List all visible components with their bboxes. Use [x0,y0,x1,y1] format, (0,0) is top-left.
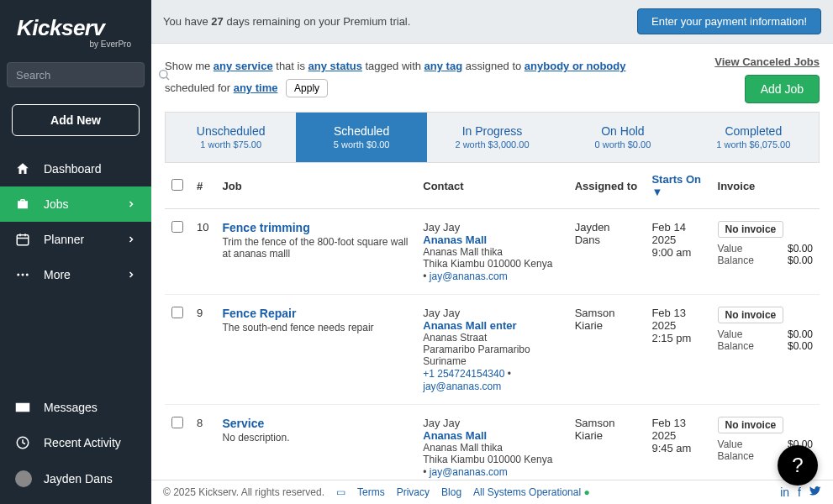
add-job-button[interactable]: Add Job [745,75,820,103]
trial-text: You have [163,15,211,28]
svg-point-8 [26,274,29,276]
nav-activity[interactable]: Recent Activity [0,425,151,460]
row-checkbox[interactable] [171,417,183,428]
assigned-to: Jayden Dans [568,209,646,295]
contact-addr: Ananas Mall thika [423,442,561,454]
search-input[interactable] [16,69,157,81]
status-tabs: Unscheduled1 worth $75.00 Scheduled5 wor… [165,112,820,163]
col-starts[interactable]: Starts On ▼ [645,163,710,209]
contact-phone[interactable]: +1 254724154340 [423,368,504,380]
select-all-checkbox[interactable] [171,179,183,191]
svg-rect-2 [17,235,29,245]
contact-addr2: Thika Kiambu 010000 Kenya [423,258,561,270]
nav-planner[interactable]: Planner [0,222,151,257]
col-job: Job [215,163,416,209]
enter-payment-button[interactable]: Enter your payment information! [637,8,821,34]
tab-completed[interactable]: Completed1 worth $6,075.00 [688,113,819,162]
filter-assignee[interactable]: anybody or nobody [525,60,626,72]
contact-email[interactable]: jay@ananas.com [430,466,508,478]
value-amount: $0.00 [788,243,813,255]
footer-status[interactable]: All Systems Operational ● [473,486,590,498]
dots-icon [15,267,32,282]
filter-tag[interactable]: any tag [424,60,463,72]
contact-email[interactable]: jay@ananas.com [430,270,508,282]
start-date: Feb 13 2025 [651,417,704,442]
contact-company-link[interactable]: Ananas Mall [423,429,561,442]
footer-terms[interactable]: Terms [357,486,385,498]
row-num: 8 [190,405,215,480]
filter-service[interactable]: any service [214,60,273,72]
row-num: 10 [190,209,215,295]
job-title-link[interactable]: Fence trimming [222,221,409,234]
contact-company-link[interactable]: Ananas Mall [423,234,561,246]
footer-blog[interactable]: Blog [441,486,461,498]
search-input-wrap[interactable] [7,62,145,87]
tab-onhold[interactable]: On Hold0 worth $0.00 [557,113,688,162]
col-assigned: Assigned to [568,163,646,209]
trial-text2: days remaining on your Premium trial. [224,15,411,28]
bottom-nav: Messages Recent Activity Jayden Dans [0,390,151,504]
assigned-to: Samson Kiarie [568,405,646,480]
footer-privacy[interactable]: Privacy [397,486,430,498]
table-row: 9 Fence Repair The south-end fence needs… [165,295,820,405]
nav-label: Jobs [44,197,69,211]
start-date: Feb 13 2025 [651,307,704,332]
nav-user[interactable]: Jayden Dans [0,460,151,497]
tab-unscheduled[interactable]: Unscheduled1 worth $75.00 [166,113,296,162]
start-time: 2:15 pm [651,332,704,344]
balance-amount: $0.00 [788,255,813,266]
nav-label: Recent Activity [44,436,121,449]
contact-name: Jay Jay [423,221,561,234]
svg-point-6 [17,274,19,276]
briefcase-icon [15,197,32,212]
nav-dashboard[interactable]: Dashboard [0,151,151,186]
chevron-right-icon [126,199,136,209]
invoice-badge: No invoice [718,307,784,323]
nav-jobs[interactable]: Jobs [0,186,151,222]
nav-label: Messages [44,401,98,414]
job-desc: No description. [222,432,409,444]
filter-time[interactable]: any time [234,81,278,94]
nav-messages[interactable]: Messages [0,390,151,425]
calendar-icon [15,232,32,247]
contact-company-link[interactable]: Ananas Mall enter [423,319,561,332]
start-time: 9:00 am [651,246,704,259]
row-checkbox[interactable] [171,221,183,233]
sidebar: Kickserv by EverPro Add New Dashboard Jo… [0,0,151,504]
caret-down-icon: ▼ [651,186,662,198]
footer: © 2025 Kickserv. All rights reserved. ▭ … [151,480,833,504]
facebook-icon[interactable]: f [798,486,801,499]
value-label: Value [718,243,743,255]
row-num: 9 [190,295,215,405]
tab-scheduled[interactable]: Scheduled5 worth $0.00 [296,113,426,162]
col-num: # [190,163,215,209]
value-label: Value [718,438,743,450]
help-fab[interactable]: ? [778,445,818,486]
svg-rect-9 [17,404,29,412]
balance-label: Balance [718,255,754,266]
chevron-right-icon [126,270,136,280]
contact-addr2: Thika Kiambu 010000 Kenya [423,454,561,465]
value-label: Value [718,328,743,340]
apply-button[interactable]: Apply [286,79,328,97]
job-title-link[interactable]: Fence Repair [222,307,409,320]
twitter-icon[interactable] [809,486,821,499]
job-title-link[interactable]: Service [222,417,409,430]
nav-more[interactable]: More [0,257,151,292]
start-date: Feb 14 2025 [651,221,704,246]
avatar-icon [15,470,32,487]
nav-label: More [44,268,71,281]
contact-addr2: Paramaribo Paramaribo Suriname [423,344,561,367]
mail-icon [15,400,32,415]
table-row: 10 Fence trimming Trim the fence of the … [165,209,820,295]
col-invoice: Invoice [711,163,820,209]
linkedin-icon[interactable]: in [780,486,789,499]
tab-inprogress[interactable]: In Progress2 worth $3,000.00 [427,113,557,162]
add-new-button[interactable]: Add New [12,104,140,136]
row-checkbox[interactable] [171,307,183,318]
clock-icon [15,435,32,450]
filter-status[interactable]: any status [308,60,362,72]
main-nav: Dashboard Jobs Planner More [0,151,151,292]
view-canceled-link[interactable]: View Canceled Jobs [714,55,820,68]
contact-email[interactable]: jay@ananas.com [423,381,501,392]
